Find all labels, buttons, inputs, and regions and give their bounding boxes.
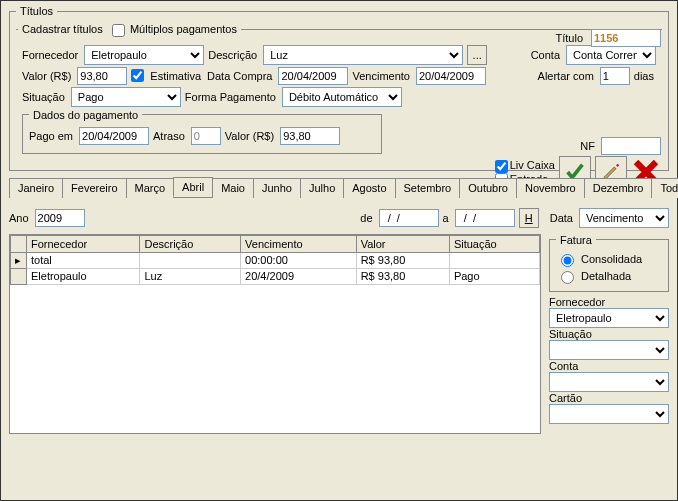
a-input[interactable]	[455, 209, 515, 227]
descricao-select[interactable]: Luz	[263, 45, 463, 65]
titulo-input[interactable]	[591, 29, 661, 47]
tab-agosto[interactable]: Agosto	[343, 178, 395, 198]
valor-label: Valor (R$)	[22, 70, 71, 82]
tab-outubro[interactable]: Outubro	[459, 178, 517, 198]
multiplos-checkbox[interactable]	[112, 24, 125, 37]
conta-select[interactable]: Conta Corren	[566, 45, 656, 65]
side-situacao-select[interactable]	[549, 340, 669, 360]
tab-novembro[interactable]: Novembro	[516, 178, 585, 198]
dias-label: dias	[634, 70, 654, 82]
titulos-legend: Títulos	[16, 5, 57, 17]
h-button[interactable]: H	[519, 208, 539, 228]
multiplos-label: Múltiplos pagamentos	[130, 23, 237, 35]
fatura-legend: Fatura	[556, 234, 596, 246]
ano-label: Ano	[9, 212, 29, 224]
col-vencimento[interactable]: Vencimento	[241, 235, 357, 252]
data-label: Data	[550, 212, 573, 224]
cell-vencimento: 00:00:00	[241, 252, 357, 268]
liv-caixa-label: Liv Caixa	[510, 159, 555, 171]
side-panel: Fatura Consolidada Detalhada Fornecedor …	[549, 234, 669, 434]
atraso-label: Atraso	[153, 130, 185, 142]
estimativa-label: Estimativa	[150, 70, 201, 82]
col-situação[interactable]: Situação	[449, 235, 539, 252]
titulos-fieldset: Títulos Título Cadastrar títulos Múltipl…	[9, 5, 669, 171]
col-valor[interactable]: Valor	[356, 235, 449, 252]
cell-valor: R$ 93,80	[356, 252, 449, 268]
fatura-consolidada-radio[interactable]	[561, 254, 574, 267]
tab-junho[interactable]: Junho	[253, 178, 301, 198]
descricao-more-button[interactable]: ...	[467, 45, 487, 65]
ano-input[interactable]	[35, 209, 85, 227]
data-select[interactable]: Vencimento	[579, 208, 669, 228]
month-tabs: JaneiroFevereiroMarçoAbrilMaioJunhoJulho…	[9, 177, 669, 198]
cell-situacao	[449, 252, 539, 268]
titulo-label: Título	[555, 32, 583, 44]
cadastrar-legend: Cadastrar títulos	[22, 23, 103, 35]
side-fornecedor-label: Fornecedor	[549, 296, 667, 308]
side-cartao-select[interactable]	[549, 404, 669, 424]
estimativa-checkbox[interactable]	[131, 69, 144, 82]
cell-fornecedor: total	[27, 252, 140, 268]
alertar-input[interactable]	[600, 67, 630, 85]
nf-input[interactable]	[601, 137, 661, 155]
cell-descricao: Luz	[140, 268, 241, 284]
tab-março[interactable]: Março	[126, 178, 175, 198]
tab-dezembro[interactable]: Dezembro	[584, 178, 653, 198]
conta-label: Conta	[531, 49, 560, 61]
data-compra-label: Data Compra	[207, 70, 272, 82]
fornecedor-label: Fornecedor	[22, 49, 78, 61]
titulos-grid[interactable]: FornecedorDescriçãoVencimentoValorSituaç…	[9, 234, 541, 434]
a-label: a	[443, 212, 449, 224]
fatura-consolidada-label: Consolidada	[581, 253, 642, 265]
situacao-label: Situação	[22, 91, 65, 103]
valor-input[interactable]	[77, 67, 127, 85]
tab-abril[interactable]: Abril	[173, 177, 213, 197]
side-conta-select[interactable]	[549, 372, 669, 392]
forma-pg-select[interactable]: Débito Automático	[282, 87, 402, 107]
fatura-detalhada-radio[interactable]	[561, 271, 574, 284]
tab-todos[interactable]: Todos	[651, 178, 678, 198]
col-fornecedor[interactable]: Fornecedor	[27, 235, 140, 252]
alertar-label: Alertar com	[538, 70, 594, 82]
atraso-input[interactable]	[191, 127, 221, 145]
de-input[interactable]	[379, 209, 439, 227]
cell-valor: R$ 93,80	[356, 268, 449, 284]
data-compra-input[interactable]	[278, 67, 348, 85]
de-label: de	[360, 212, 372, 224]
tab-maio[interactable]: Maio	[212, 178, 254, 198]
side-fornecedor-select[interactable]: Eletropaulo	[549, 308, 669, 328]
titulos-window: Títulos Título Cadastrar títulos Múltipl…	[0, 0, 678, 501]
dados-pg-legend: Dados do pagamento	[29, 109, 142, 121]
pg-valor-input[interactable]	[280, 127, 340, 145]
tab-setembro[interactable]: Setembro	[395, 178, 461, 198]
cell-descricao	[140, 252, 241, 268]
nf-label: NF	[580, 140, 595, 152]
row-indicator	[11, 268, 27, 284]
dados-pg-fieldset: Dados do pagamento Pago em Atraso Valor …	[22, 109, 382, 154]
situacao-select[interactable]: Pago	[71, 87, 181, 107]
vencimento-input[interactable]	[416, 67, 486, 85]
fatura-fieldset: Fatura Consolidada Detalhada	[549, 234, 669, 292]
pago-em-input[interactable]	[79, 127, 149, 145]
pago-em-label: Pago em	[29, 130, 73, 142]
tab-fevereiro[interactable]: Fevereiro	[62, 178, 126, 198]
col-descrição[interactable]: Descrição	[140, 235, 241, 252]
row-indicator: ▸	[11, 252, 27, 268]
table-row[interactable]: EletropauloLuz20/4/2009R$ 93,80Pago	[11, 268, 540, 284]
fatura-detalhada-label: Detalhada	[581, 270, 631, 282]
cell-fornecedor: Eletropaulo	[27, 268, 140, 284]
descricao-label: Descrição	[208, 49, 257, 61]
fornecedor-select[interactable]: Eletropaulo	[84, 45, 204, 65]
pg-valor-label: Valor (R$)	[225, 130, 274, 142]
cell-situacao: Pago	[449, 268, 539, 284]
side-cartao-label: Cartão	[549, 392, 667, 404]
cell-vencimento: 20/4/2009	[241, 268, 357, 284]
tab-julho[interactable]: Julho	[300, 178, 344, 198]
table-row[interactable]: ▸total00:00:00R$ 93,80	[11, 252, 540, 268]
side-conta-label: Conta	[549, 360, 667, 372]
forma-pg-label: Forma Pagamento	[185, 91, 276, 103]
side-situacao-label: Situação	[549, 328, 667, 340]
tab-janeiro[interactable]: Janeiro	[9, 178, 63, 198]
vencimento-label: Vencimento	[352, 70, 409, 82]
liv-caixa-checkbox[interactable]	[495, 160, 508, 173]
